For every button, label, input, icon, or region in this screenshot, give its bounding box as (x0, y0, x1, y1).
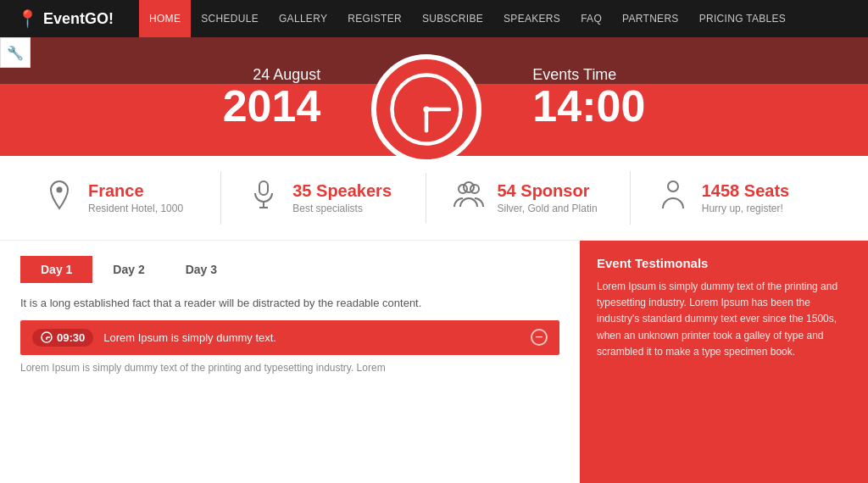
person-icon (656, 180, 690, 216)
logo-pin-icon: 📍 (17, 8, 38, 29)
wrench-button[interactable]: 🔧 (0, 37, 31, 68)
tab-day3[interactable]: Day 3 (165, 256, 237, 283)
event-time: Events Time 14:00 (532, 66, 645, 128)
tab-day2[interactable]: Day 2 (92, 256, 164, 283)
svg-point-3 (424, 106, 430, 112)
schedule-item: 09:30 Lorem Ipsum is simply dummy text. … (20, 320, 559, 355)
people-icon (452, 181, 486, 214)
stat-speakers-sub: Best specialists (292, 203, 392, 214)
stat-location: France Resident Hotel, 1000 (42, 171, 212, 225)
schedule-panel: Day 1 Day 2 Day 3 It is a long establish… (0, 241, 580, 483)
stat-sponsor: 54 Sponsor Silver, Gold and Platin (426, 173, 621, 223)
schedule-time-badge: 09:30 (32, 329, 93, 347)
stat-speakers: 35 Speakers Best specialists (220, 171, 416, 225)
microphone-icon (247, 180, 281, 216)
time-value: 14:00 (532, 84, 645, 128)
clock-icon (388, 71, 465, 147)
stats-row: France Resident Hotel, 1000 35 Speakers … (0, 156, 868, 241)
svg-point-10 (464, 182, 474, 192)
hero-content: 24 August 2014 Events Time 14:00 (223, 29, 646, 164)
stat-location-title: France (88, 181, 183, 201)
stat-speakers-title: 35 Speakers (292, 181, 392, 201)
stat-location-text: France Resident Hotel, 1000 (88, 181, 183, 214)
wrench-icon: 🔧 (7, 45, 24, 61)
hero-band: 24 August 2014 Events Time 14:00 (0, 37, 868, 156)
location-icon (42, 180, 76, 216)
svg-point-11 (668, 181, 678, 192)
svg-rect-5 (259, 181, 268, 195)
schedule-item-title: Lorem Ipsum is simply dummy text. (103, 331, 520, 344)
collapse-button[interactable]: − (531, 329, 548, 346)
testimonials-title: Event Testimonals (597, 256, 851, 270)
testimonials-panel: Event Testimonals Lorem Ipsum is simply … (580, 241, 868, 483)
clock (371, 54, 481, 164)
lower-section: Day 1 Day 2 Day 3 It is a long establish… (0, 241, 868, 483)
stat-location-sub: Resident Hotel, 1000 (88, 203, 183, 214)
day-tabs: Day 1 Day 2 Day 3 (20, 256, 559, 283)
stat-seats-text: 1458 Seats Hurry up, register! (702, 181, 789, 214)
schedule-time: 09:30 (57, 331, 85, 344)
schedule-more-text: Lorem Ipsum is simply dummy text of the … (20, 360, 559, 375)
nav-home[interactable]: HOME (139, 0, 191, 37)
event-date: 24 August 2014 (223, 66, 321, 128)
testimonials-body: Lorem Ipsum is simply dummy text of the … (597, 279, 851, 360)
stat-speakers-text: 35 Speakers Best specialists (292, 181, 392, 214)
stat-sponsor-text: 54 Sponsor Silver, Gold and Platin (498, 181, 598, 214)
stat-sponsor-title: 54 Sponsor (498, 181, 598, 201)
logo: 📍 EventGO! (17, 8, 114, 29)
date-year: 2014 (223, 84, 321, 128)
stat-sponsor-sub: Silver, Gold and Platin (498, 203, 598, 214)
logo-text: EventGO! (43, 10, 114, 28)
nav-pricing[interactable]: PRICING TABLES (689, 0, 796, 37)
stat-seats-sub: Hurry up, register! (702, 203, 789, 214)
tab-day1[interactable]: Day 1 (20, 256, 92, 283)
schedule-description: It is a long established fact that a rea… (20, 295, 559, 312)
stat-seats: 1458 Seats Hurry up, register! (630, 171, 826, 225)
clock-small-icon (41, 331, 53, 343)
svg-point-4 (57, 187, 63, 193)
stat-seats-title: 1458 Seats (702, 181, 789, 201)
